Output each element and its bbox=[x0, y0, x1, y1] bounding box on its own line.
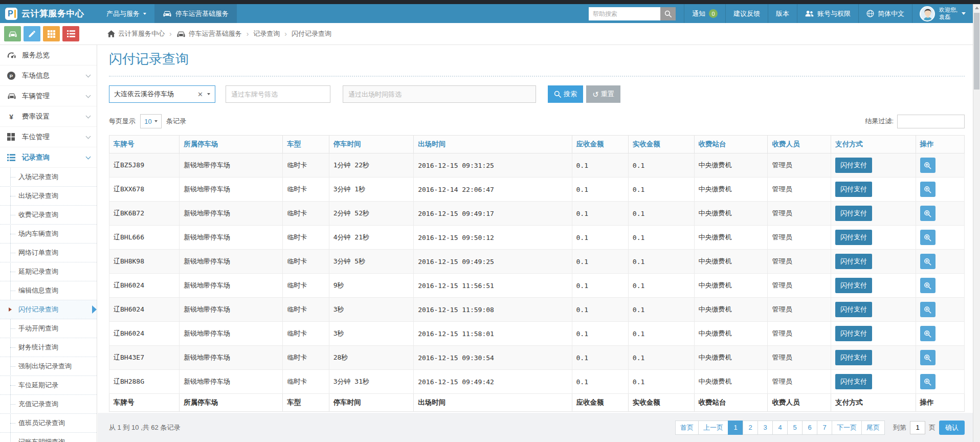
help-search bbox=[589, 4, 676, 23]
column-header-8[interactable]: 收费人员 bbox=[768, 136, 831, 153]
sidebar-subitem-1[interactable]: 出场记录查询 bbox=[0, 187, 97, 206]
view-detail-button[interactable] bbox=[920, 206, 936, 221]
pay-method-button[interactable]: 闪付支付 bbox=[835, 158, 872, 173]
sidebar-subitem-12[interactable]: 充值记录查询 bbox=[0, 395, 97, 414]
sidebar-subitem-2[interactable]: 收费记录查询 bbox=[0, 206, 97, 225]
pagination-page-2[interactable]: 2 bbox=[743, 421, 758, 435]
parking-lot-select-value: 大连依云溪谷停车场 bbox=[114, 90, 193, 99]
sidebar-item-0[interactable]: 服务总览 bbox=[0, 45, 97, 65]
quick-button-records[interactable] bbox=[62, 26, 79, 41]
pagination-page-3[interactable]: 3 bbox=[758, 421, 773, 435]
pagination-next[interactable]: 下一页 bbox=[832, 421, 862, 435]
feedback-link[interactable]: 建议反馈 bbox=[726, 4, 768, 23]
per-page-select[interactable]: 10 bbox=[140, 114, 162, 128]
version-link[interactable]: 版本 bbox=[768, 4, 797, 23]
sidebar-subitem-5[interactable]: 延期记录查询 bbox=[0, 262, 97, 281]
column-header-10[interactable]: 操作 bbox=[916, 136, 964, 153]
sidebar-subitem-11[interactable]: 车位延期记录 bbox=[0, 376, 97, 395]
result-filter-input[interactable] bbox=[897, 115, 965, 128]
view-detail-button[interactable] bbox=[920, 302, 936, 317]
view-detail-button[interactable] bbox=[920, 374, 936, 389]
pagination-page-5[interactable]: 5 bbox=[787, 421, 803, 435]
sidebar-item-1[interactable]: P车场信息 bbox=[0, 65, 97, 86]
sidebar-subitem-6[interactable]: 编辑信息查询 bbox=[0, 281, 97, 300]
scrollbar[interactable] bbox=[973, 4, 980, 442]
goto-page-input[interactable] bbox=[910, 421, 925, 434]
clear-selection-icon[interactable]: ✕ bbox=[197, 91, 203, 98]
help-search-button[interactable] bbox=[660, 7, 676, 20]
pagination-page-4[interactable]: 4 bbox=[772, 421, 788, 435]
pay-method-button[interactable]: 闪付支付 bbox=[835, 350, 872, 365]
view-detail-button[interactable] bbox=[920, 230, 936, 245]
accounts-permissions-link[interactable]: 账号与权限 bbox=[797, 4, 858, 23]
pagination-page-1[interactable]: 1 bbox=[728, 421, 743, 435]
sidebar-item-2[interactable]: 车辆管理 bbox=[0, 86, 97, 106]
brand[interactable]: P 云计算服务中心 bbox=[0, 4, 98, 23]
help-search-input[interactable] bbox=[589, 7, 660, 20]
column-header-2[interactable]: 车型 bbox=[283, 136, 329, 153]
nav-products-menu[interactable]: 产品与服务 bbox=[98, 4, 154, 23]
column-header-3[interactable]: 停车时间 bbox=[329, 136, 414, 153]
breadcrumb-item-2[interactable]: 记录查询 bbox=[253, 29, 280, 38]
sidebar-subitem-9[interactable]: 财务统计查询 bbox=[0, 338, 97, 357]
view-detail-button[interactable] bbox=[920, 182, 936, 197]
confirm-button[interactable]: 确认 bbox=[939, 421, 965, 435]
pagination-page-6[interactable]: 6 bbox=[802, 421, 817, 435]
view-detail-button[interactable] bbox=[920, 254, 936, 269]
nav-parking-service[interactable]: 停车运营基础服务 bbox=[154, 4, 237, 23]
sidebar-item-3[interactable]: ¥费率设置 bbox=[0, 106, 97, 127]
sidebar-subitem-label: 网络订单查询 bbox=[18, 248, 58, 257]
quick-button-edit[interactable] bbox=[24, 26, 40, 41]
sidebar-subitem-13[interactable]: 值班员记录查询 bbox=[0, 414, 97, 433]
sidebar-subitem-7[interactable]: 闪付记录查询 bbox=[0, 300, 97, 319]
sidebar-subitem-3[interactable]: 场内车辆查询 bbox=[0, 225, 97, 244]
sidebar-subitem-14[interactable]: 记账车明细查询 bbox=[0, 433, 97, 442]
column-header-0[interactable]: 车牌号 bbox=[109, 136, 180, 153]
pagination-page-7[interactable]: 7 bbox=[817, 421, 832, 435]
quick-button-vehicle[interactable] bbox=[4, 26, 21, 41]
column-header-6[interactable]: 实收金额 bbox=[628, 136, 694, 153]
column-header-1[interactable]: 所属停车场 bbox=[180, 136, 283, 153]
pay-method-button[interactable]: 闪付支付 bbox=[835, 182, 872, 197]
pay-method-button[interactable]: 闪付支付 bbox=[835, 230, 872, 245]
breadcrumb-item-1[interactable]: 停车运营基础服务 bbox=[176, 29, 242, 38]
column-header-7[interactable]: 收费站台 bbox=[694, 136, 768, 153]
language-link[interactable]: 简体中文 bbox=[859, 4, 912, 23]
sidebar-subitem-0[interactable]: 入场记录查询 bbox=[0, 168, 97, 187]
scrollbar-thumb[interactable] bbox=[974, 13, 979, 90]
sidebar-subitem-10[interactable]: 强制出场记录查询 bbox=[0, 357, 97, 376]
quick-button-grid[interactable] bbox=[43, 26, 60, 41]
pay-method-button[interactable]: 闪付支付 bbox=[835, 206, 872, 221]
notifications-link[interactable]: 通知 0 bbox=[684, 4, 725, 23]
column-header-5[interactable]: 应收金额 bbox=[572, 136, 628, 153]
breadcrumb-label: 闪付记录查询 bbox=[292, 29, 331, 38]
sidebar-subitem-4[interactable]: 网络订单查询 bbox=[0, 244, 97, 262]
parking-lot-select[interactable]: 大连依云溪谷停车场 ✕ bbox=[109, 85, 215, 103]
sidebar-subitem-8[interactable]: 手动开闸查询 bbox=[0, 319, 97, 338]
view-detail-button[interactable] bbox=[920, 278, 936, 293]
view-detail-button[interactable] bbox=[920, 350, 936, 365]
sidebar-item-5[interactable]: 记录查询 bbox=[0, 147, 97, 168]
pay-method-button[interactable]: 闪付支付 bbox=[835, 374, 872, 389]
pay-method-button[interactable]: 闪付支付 bbox=[835, 302, 872, 317]
view-detail-button[interactable] bbox=[920, 158, 936, 173]
breadcrumb-item-0[interactable]: 云计算服务中心 bbox=[107, 29, 165, 38]
table-row-5: 辽BH6024新锐地带停车场临时卡9秒2016-12-15 11:56:510.… bbox=[109, 274, 965, 298]
pay-method-button[interactable]: 闪付支付 bbox=[835, 254, 872, 269]
sidebar-item-4[interactable]: 车位管理 bbox=[0, 127, 97, 147]
column-header-4[interactable]: 出场时间 bbox=[414, 136, 572, 153]
plate-filter-input[interactable] bbox=[226, 85, 330, 103]
exit-time-filter-input[interactable] bbox=[343, 85, 536, 103]
pay-method-button[interactable]: 闪付支付 bbox=[835, 326, 872, 341]
notifications-badge: 0 bbox=[709, 9, 718, 18]
pay-method-button[interactable]: 闪付支付 bbox=[835, 278, 872, 293]
search-button[interactable]: 搜索 bbox=[548, 85, 583, 103]
pagination-last[interactable]: 尾页 bbox=[861, 421, 885, 435]
pagination-first[interactable]: 首页 bbox=[675, 421, 699, 435]
view-detail-button[interactable] bbox=[920, 326, 936, 341]
reset-button[interactable]: ↺ 重置 bbox=[586, 85, 620, 103]
column-header-9[interactable]: 支付方式 bbox=[831, 136, 916, 153]
user-menu[interactable]: 欢迎您, 袁磊 bbox=[912, 4, 973, 23]
scrollbar-up-arrow[interactable] bbox=[973, 4, 980, 12]
pagination-prev[interactable]: 上一页 bbox=[698, 421, 728, 435]
